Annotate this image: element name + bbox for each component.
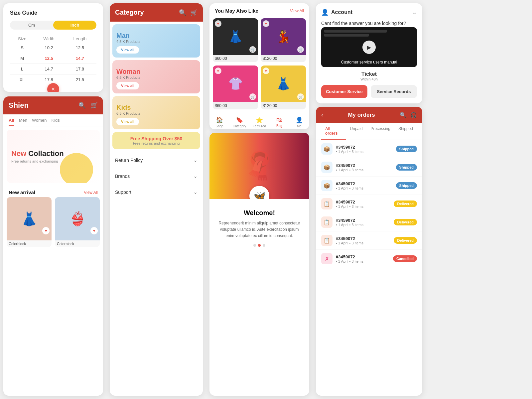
- may-like-price-3: $60,00: [213, 102, 258, 109]
- may-like-row-1: ♥ 🛒 👗 $60,00 ♥ 🛒 💃 $120,00: [209, 18, 309, 66]
- customer-service-button[interactable]: Customer Service: [321, 85, 367, 98]
- nav-category[interactable]: 🔖 Category: [229, 116, 249, 128]
- nav-me[interactable]: 👤 Me: [289, 116, 309, 128]
- order-info-7: #3459072 • 1 April • 3 items: [336, 254, 390, 263]
- dot-1[interactable]: [253, 244, 256, 247]
- nav-bag[interactable]: 🛍 Bag: [269, 116, 289, 128]
- service-records-button[interactable]: Service Records: [371, 85, 417, 98]
- tab-men[interactable]: Men: [19, 118, 27, 126]
- welcome-text: Reprehenderit minim aliquip amet consect…: [216, 220, 303, 239]
- order-item-3[interactable]: 📦 #3459072 • 1 April • 3 items Shipped: [316, 177, 422, 195]
- order-item-1[interactable]: 📦 #3459072 • 1 April • 3 items Shipped: [316, 140, 422, 158]
- account-title: Account: [331, 9, 352, 15]
- chevron-down-icon: ⌄: [193, 189, 198, 195]
- cart-icon[interactable]: 🛒: [249, 93, 256, 100]
- search-icon[interactable]: 🔍: [78, 102, 86, 109]
- orders-panel: ‹ My orders 🔍 🎧 All orders Unpaid Proces…: [316, 107, 422, 396]
- dot-3[interactable]: [263, 244, 265, 247]
- cm-unit[interactable]: Cm: [10, 21, 53, 30]
- order-info-5: #3459072 • 1 April • 3 items: [336, 218, 390, 227]
- cat-man[interactable]: Man 4.5 K Products View all: [112, 24, 200, 58]
- cart-icon[interactable]: 🛒: [249, 46, 256, 53]
- chevron-down-icon: ⌄: [193, 157, 198, 163]
- cart-icon[interactable]: 🛒: [297, 46, 304, 53]
- unit-toggle[interactable]: Cm Inch: [10, 21, 96, 30]
- dot-2[interactable]: [258, 244, 261, 247]
- heart-icon[interactable]: ♥: [215, 67, 221, 74]
- may-like-price-4: $120,00: [261, 102, 306, 109]
- status-badge-7: Cancelled: [393, 255, 417, 262]
- play-button[interactable]: ▶: [362, 41, 376, 54]
- size-m: M: [10, 53, 34, 64]
- chevron-down-icon[interactable]: ⌄: [412, 9, 417, 16]
- inch-unit[interactable]: Inch: [53, 21, 96, 30]
- may-like-view-all[interactable]: View All: [290, 9, 304, 13]
- tab-kids[interactable]: Kids: [51, 118, 60, 126]
- length-s: 12.5: [64, 43, 96, 53]
- order-item-2[interactable]: 📦 #3459072 • 1 April • 3 items Shipped: [316, 158, 422, 177]
- tab-shipped[interactable]: Shipped: [394, 123, 417, 140]
- order-item-5[interactable]: 📋 #3459072 • 1 April • 3 items Delivered: [316, 213, 422, 231]
- search-icon[interactable]: 🔍: [179, 9, 186, 16]
- cat-woman[interactable]: Woman 6.5 K Products View all: [112, 60, 200, 93]
- order-item-7[interactable]: ✗ #3459072 • 1 April • 3 items Cancelled: [316, 250, 422, 268]
- cart-icon[interactable]: 🛒: [190, 9, 198, 16]
- nav-featured[interactable]: ⭐ Featured: [249, 116, 269, 128]
- nav-shop[interactable]: 🏠 Shop: [209, 116, 229, 128]
- back-button[interactable]: ‹: [321, 111, 323, 118]
- tab-women[interactable]: Women: [32, 118, 47, 126]
- ticket-title: Ticket: [321, 71, 417, 77]
- may-like-item-4[interactable]: ♥ 🛒 👗 $120,00: [261, 66, 306, 109]
- product-card-2[interactable]: 👙 ♥ Colorblock: [55, 197, 100, 247]
- cant-find-text: Cant find the answer you are looking for…: [321, 21, 417, 26]
- tab-all-orders[interactable]: All orders: [321, 123, 346, 140]
- welcome-panel: 🧣 🦋 Welcome! Reprehenderit minim aliquip…: [209, 133, 309, 396]
- order-date-6: • 1 April • 3 items: [336, 241, 390, 245]
- order-item-6[interactable]: 📋 #3459072 • 1 April • 3 items Delivered: [316, 231, 422, 250]
- cat-woman-btn[interactable]: View all: [116, 82, 139, 89]
- heart-icon[interactable]: ♥: [263, 20, 269, 27]
- status-badge-4: Delivered: [394, 200, 417, 207]
- cat-kids-info: Kids 6.5 K Products View all: [116, 104, 196, 125]
- may-like-panel: You May Also Like View All ♥ 🛒 👗 $60,00 …: [209, 3, 309, 129]
- new-arrival-view-all[interactable]: View All: [84, 190, 98, 195]
- may-like-item-2[interactable]: ♥ 🛒 💃 $120,00: [261, 18, 306, 62]
- heart-icon[interactable]: ♥: [263, 67, 269, 74]
- may-like-img-4: ♥ 🛒 👗: [261, 66, 306, 102]
- tab-all[interactable]: All: [9, 118, 14, 126]
- product-card-1[interactable]: 👗 ♥ Colorblock: [7, 197, 52, 247]
- headphone-icon[interactable]: 🎧: [410, 112, 417, 118]
- may-like-item-1[interactable]: ♥ 🛒 👗 $60,00: [213, 18, 258, 62]
- cat-kids-btn[interactable]: View all: [116, 118, 139, 125]
- heart-button-2[interactable]: ♥: [90, 227, 98, 234]
- status-badge-5: Delivered: [394, 219, 417, 225]
- video-thumbnail[interactable]: ▶ Customer service users manual: [321, 27, 417, 67]
- may-like-item-3[interactable]: ♥ 🛒 👚 $60,00: [213, 66, 258, 109]
- may-like-img-2: ♥ 🛒 💃: [261, 18, 306, 55]
- order-icon-7: ✗: [321, 253, 332, 264]
- orders-tabs: All orders Unpaid Processing Shipped: [316, 123, 422, 140]
- cart-icon[interactable]: 🛒: [90, 102, 98, 109]
- size-xl: XL: [10, 74, 34, 85]
- account-row: 👤 Account ⌄: [321, 9, 417, 16]
- cart-icon[interactable]: 🛒: [297, 93, 304, 100]
- tab-unpaid[interactable]: Unpaid: [346, 123, 367, 140]
- video-title: Customer service users manual: [321, 60, 417, 65]
- accordion-brands[interactable]: Brands ⌄: [110, 168, 203, 184]
- order-icon-1: 📦: [321, 143, 332, 155]
- cat-kids[interactable]: Kids 6.5 K Products View all: [112, 96, 200, 129]
- search-icon[interactable]: 🔍: [400, 112, 406, 118]
- heart-icon[interactable]: ♥: [215, 20, 221, 27]
- size-row-m: M 12.5 14.7: [10, 53, 96, 64]
- accordion-return-policy[interactable]: Return Policy ⌄: [110, 152, 203, 168]
- size-table: Size Width Length S 10.2 12.5 M 12.5 14.…: [10, 35, 96, 85]
- tab-processing[interactable]: Processing: [367, 123, 394, 140]
- heart-button-1[interactable]: ♥: [42, 227, 50, 234]
- accordion-support[interactable]: Support ⌄: [110, 184, 203, 200]
- may-like-title: You May Also Like: [215, 8, 258, 14]
- shien-header: Shien 🔍 🛒: [3, 96, 103, 114]
- order-item-4[interactable]: 📋 #3459072 • 1 April • 3 items Delivered: [316, 195, 422, 213]
- cat-man-btn[interactable]: View all: [116, 46, 139, 54]
- order-id-3: #3459072: [336, 181, 393, 186]
- cat-man-info: Man 4.5 K Products View all: [116, 32, 196, 54]
